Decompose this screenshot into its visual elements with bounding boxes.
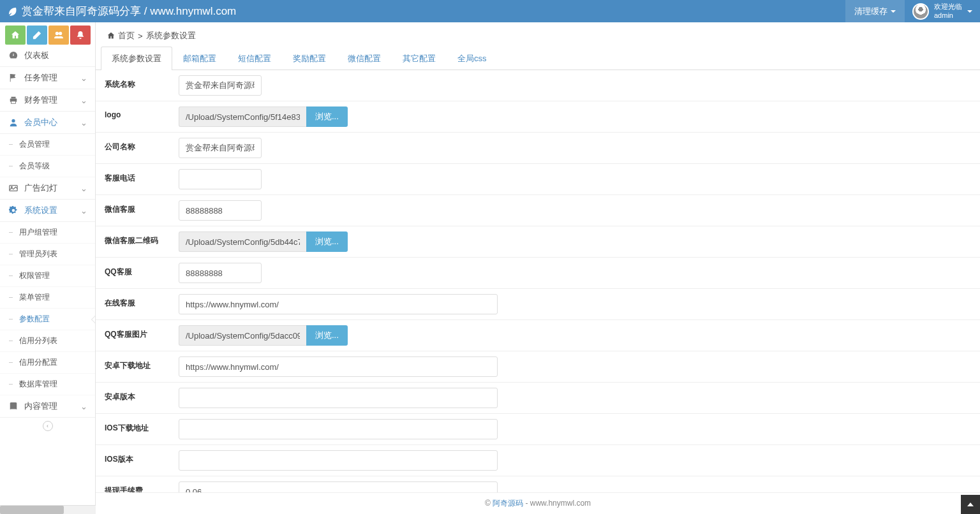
image-icon [9, 184, 18, 193]
header-title-text: 赏金帮来自阿奇源码分享 / www.hnymwl.com [22, 4, 236, 18]
sidebar-item-menu[interactable]: 菜单管理 [0, 287, 95, 309]
form: 系统名称logo浏览...公司名称客服电话微信客服微信客服二维码浏览...QQ客… [96, 70, 980, 514]
chevron-down-icon: ⌄ [80, 73, 87, 83]
footer-link[interactable]: 阿奇源码 [493, 499, 523, 508]
sidebar-item-label: 仪表板 [24, 50, 49, 61]
footer-domain: www.hnymwl.com [530, 499, 591, 508]
svg-point-5 [11, 119, 15, 122]
form-label: 微信客服二维码 [96, 226, 172, 257]
sidebar-item-label: 会员中心 [24, 117, 57, 128]
qq_img-browse-button[interactable]: 浏览... [306, 325, 348, 346]
logo-browse-button[interactable]: 浏览... [306, 106, 348, 127]
tab-5[interactable]: 其它配置 [392, 47, 447, 70]
ios_ver-input[interactable] [179, 450, 498, 471]
android_ver-input[interactable] [179, 388, 498, 408]
form-control [172, 289, 587, 319]
online_service-input[interactable] [179, 294, 498, 314]
form-control [172, 164, 587, 195]
sidebar-item-usergroup[interactable]: 用户组管理 [0, 222, 95, 244]
sidebar-item-label: 参数配置 [19, 314, 50, 325]
sidebar-item-task[interactable]: 任务管理 ⌄ [0, 67, 95, 89]
sidebar-item-credit-config[interactable]: 信用分配置 [0, 352, 95, 374]
tab-1[interactable]: 邮箱配置 [172, 47, 227, 70]
wechat_qr-input[interactable] [179, 231, 306, 252]
service_tel-input[interactable] [179, 169, 262, 189]
breadcrumb-home[interactable]: 首页 [118, 30, 135, 41]
tabs: 系统参数设置邮箱配置短信配置奖励配置微信配置其它配置全局css [96, 47, 980, 70]
sidebar-item-member-center[interactable]: 会员中心 ⌄ [0, 112, 95, 134]
logo-input[interactable] [179, 106, 306, 127]
sidebar-collapse-button[interactable]: ‹ [0, 418, 95, 434]
wechat_service-input[interactable] [179, 200, 262, 221]
print-icon [9, 96, 18, 105]
welcome-text: 欢迎光临 [934, 3, 962, 11]
form-control [172, 445, 587, 476]
sidebar-item-ad-slide[interactable]: 广告幻灯 ⌄ [0, 177, 95, 200]
users-button[interactable] [48, 26, 69, 45]
tab-3[interactable]: 奖励配置 [282, 47, 337, 70]
form-label: 系统名称 [96, 70, 172, 101]
form-row-android_ver: 安卓版本 [96, 383, 980, 414]
sidebar-item-system[interactable]: 系统设置 ⌄ [0, 200, 95, 222]
leaf-icon [8, 6, 18, 17]
form-row-service_tel: 客服电话 [96, 164, 980, 195]
sidebar-item-credit-list[interactable]: 信用分列表 [0, 330, 95, 352]
android_url-input[interactable] [179, 356, 498, 377]
form-row-logo: logo浏览... [96, 101, 980, 133]
sidebar-item-member-level[interactable]: 会员等级 [0, 156, 95, 177]
sidebar-item-label: 信用分配置 [19, 357, 57, 368]
sidebar-item-content[interactable]: 内容管理 ⌄ [0, 395, 95, 418]
sidebar-item-label: 系统设置 [24, 205, 57, 216]
form-control [172, 133, 587, 163]
tab-2[interactable]: 短信配置 [227, 47, 282, 70]
header: 赏金帮来自阿奇源码分享 / www.hnymwl.com 清理缓存 欢迎光临 a… [0, 0, 980, 22]
form-row-qq_img: QQ客服图片浏览... [96, 320, 980, 351]
qq_service-input[interactable] [179, 263, 262, 283]
wechat_qr-browse-button[interactable]: 浏览... [306, 231, 348, 252]
sidebar-item-label: 任务管理 [24, 72, 57, 84]
user-menu[interactable]: 欢迎光临 admin [905, 0, 980, 22]
scroll-top-button[interactable] [961, 495, 980, 514]
dashboard-icon [9, 51, 18, 60]
home-icon [11, 31, 20, 40]
home-button[interactable] [5, 26, 26, 45]
form-label: 公司名称 [96, 133, 172, 163]
chevron-down-icon: ⌄ [80, 206, 87, 216]
clear-cache-button[interactable]: 清理缓存 [845, 0, 905, 22]
tab-4[interactable]: 微信配置 [337, 47, 392, 70]
tab-0[interactable]: 系统参数设置 [101, 47, 172, 70]
username-text: admin [934, 11, 962, 20]
form-control [172, 351, 587, 382]
sidebar-item-dashboard[interactable]: 仪表板 [0, 45, 95, 67]
edit-button[interactable] [27, 26, 47, 45]
form-label: QQ客服图片 [96, 320, 172, 351]
qq_img-input[interactable] [179, 325, 306, 346]
sidebar-item-param[interactable]: 参数配置 [0, 309, 95, 330]
sidebar-item-auth[interactable]: 权限管理 [0, 265, 95, 287]
sidebar-scrollbar[interactable] [0, 505, 96, 514]
sidebar-item-label: 内容管理 [24, 400, 57, 412]
sidebar-item-member-manage[interactable]: 会员管理 [0, 134, 95, 156]
form-control [172, 383, 587, 413]
pencil-icon [33, 31, 41, 40]
sidebar-item-finance[interactable]: 财务管理 ⌄ [0, 89, 95, 112]
form-label: 微信客服 [96, 195, 172, 226]
ios_url-input[interactable] [179, 419, 498, 439]
form-control: 浏览... [172, 226, 587, 257]
form-control [172, 70, 587, 101]
sidebar-item-label: 数据库管理 [19, 379, 57, 390]
chevron-down-icon: ⌄ [80, 96, 87, 105]
sidebar-item-label: 权限管理 [19, 270, 50, 281]
form-row-wechat_qr: 微信客服二维码浏览... [96, 226, 980, 258]
sidebar-item-db-manage[interactable]: 数据库管理 [0, 374, 95, 395]
company_name-input[interactable] [179, 138, 262, 158]
tab-6[interactable]: 全局css [447, 47, 498, 70]
alert-button[interactable] [70, 26, 91, 45]
form-row-qq_service: QQ客服 [96, 258, 980, 289]
sidebar-item-label: 管理员列表 [19, 249, 57, 260]
chevron-down-icon: ⌄ [80, 402, 87, 411]
sidebar-item-admin-list[interactable]: 管理员列表 [0, 244, 95, 265]
form-label: 安卓下载地址 [96, 351, 172, 382]
system_name-input[interactable] [179, 75, 262, 96]
form-control [172, 195, 587, 226]
